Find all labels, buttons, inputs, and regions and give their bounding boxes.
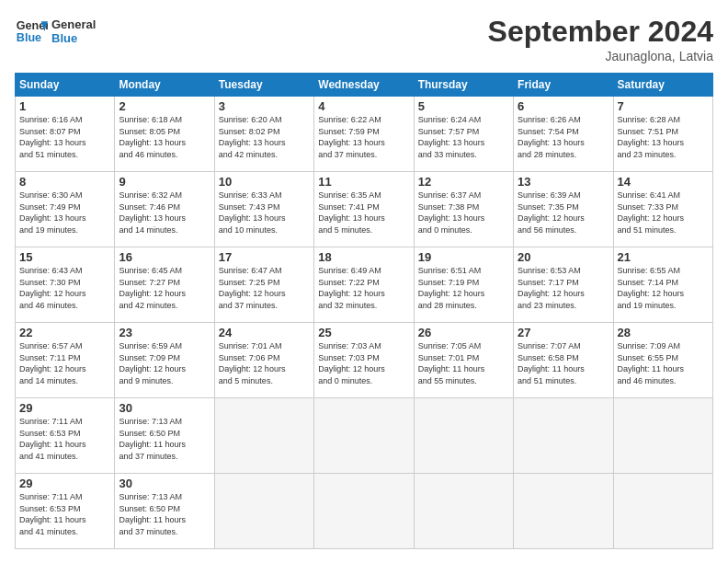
col-thursday: Thursday <box>414 74 513 97</box>
calendar-week-2: 8Sunrise: 6:30 AMSunset: 7:49 PMDaylight… <box>16 172 713 247</box>
table-row <box>214 474 313 549</box>
col-sunday: Sunday <box>16 74 115 97</box>
table-row: 20Sunrise: 6:53 AMSunset: 7:17 PMDayligh… <box>514 247 613 323</box>
calendar-week-4: 22Sunrise: 6:57 AMSunset: 7:11 PMDayligh… <box>16 323 713 398</box>
table-row: 29Sunrise: 7:11 AMSunset: 6:53 PMDayligh… <box>16 398 115 474</box>
logo: General Blue General Blue <box>15 15 96 48</box>
col-friday: Friday <box>514 74 613 97</box>
table-row: 11Sunrise: 6:35 AMSunset: 7:41 PMDayligh… <box>314 172 414 247</box>
table-row <box>514 398 613 474</box>
calendar-week-3: 15Sunrise: 6:43 AMSunset: 7:30 PMDayligh… <box>16 247 713 323</box>
table-row <box>613 398 712 474</box>
table-row: 12Sunrise: 6:37 AMSunset: 7:38 PMDayligh… <box>414 172 513 247</box>
calendar-subtitle: Jaunaglona, Latvia <box>488 49 713 63</box>
table-row: 15Sunrise: 6:43 AMSunset: 7:30 PMDayligh… <box>16 247 115 323</box>
table-row: 21Sunrise: 6:55 AMSunset: 7:14 PMDayligh… <box>613 247 712 323</box>
table-row: 22Sunrise: 6:57 AMSunset: 7:11 PMDayligh… <box>16 323 115 398</box>
calendar-week-1: 1Sunrise: 6:16 AMSunset: 8:07 PMDaylight… <box>16 97 713 172</box>
table-row: 3Sunrise: 6:20 AMSunset: 8:02 PMDaylight… <box>214 97 313 172</box>
table-row: 17Sunrise: 6:47 AMSunset: 7:25 PMDayligh… <box>214 247 313 323</box>
logo-general: General <box>51 17 96 31</box>
table-row: 4Sunrise: 6:22 AMSunset: 7:59 PMDaylight… <box>314 97 414 172</box>
calendar-title: September 2024 <box>488 15 713 49</box>
table-row: 30Sunrise: 7:13 AMSunset: 6:50 PMDayligh… <box>115 474 214 549</box>
col-saturday: Saturday <box>613 74 712 97</box>
table-row <box>414 398 513 474</box>
title-block: September 2024 Jaunaglona, Latvia <box>488 15 713 63</box>
table-row: 8Sunrise: 6:30 AMSunset: 7:49 PMDaylight… <box>16 172 115 247</box>
table-row: 13Sunrise: 6:39 AMSunset: 7:35 PMDayligh… <box>514 172 613 247</box>
table-row <box>214 398 313 474</box>
table-row: 2Sunrise: 6:18 AMSunset: 8:05 PMDaylight… <box>115 97 214 172</box>
table-row <box>314 398 414 474</box>
col-wednesday: Wednesday <box>314 74 414 97</box>
table-row: 19Sunrise: 6:51 AMSunset: 7:19 PMDayligh… <box>414 247 513 323</box>
table-row: 28Sunrise: 7:09 AMSunset: 6:55 PMDayligh… <box>613 323 712 398</box>
table-row <box>314 474 414 549</box>
col-tuesday: Tuesday <box>214 74 313 97</box>
table-row: 30Sunrise: 7:13 AMSunset: 6:50 PMDayligh… <box>115 398 214 474</box>
table-row: 23Sunrise: 6:59 AMSunset: 7:09 PMDayligh… <box>115 323 214 398</box>
table-row: 27Sunrise: 7:07 AMSunset: 6:58 PMDayligh… <box>514 323 613 398</box>
table-row <box>414 474 513 549</box>
table-row: 24Sunrise: 7:01 AMSunset: 7:06 PMDayligh… <box>214 323 313 398</box>
page: General Blue General Blue September 2024… <box>0 0 728 563</box>
table-row <box>613 474 712 549</box>
calendar-week-6: 29Sunrise: 7:11 AMSunset: 6:53 PMDayligh… <box>16 474 713 549</box>
table-row: 14Sunrise: 6:41 AMSunset: 7:33 PMDayligh… <box>613 172 712 247</box>
col-monday: Monday <box>115 74 214 97</box>
table-row: 9Sunrise: 6:32 AMSunset: 7:46 PMDaylight… <box>115 172 214 247</box>
table-row: 16Sunrise: 6:45 AMSunset: 7:27 PMDayligh… <box>115 247 214 323</box>
svg-text:Blue: Blue <box>17 31 41 44</box>
table-row: 7Sunrise: 6:28 AMSunset: 7:51 PMDaylight… <box>613 97 712 172</box>
calendar-header-row: Sunday Monday Tuesday Wednesday Thursday… <box>16 74 713 97</box>
table-row: 1Sunrise: 6:16 AMSunset: 8:07 PMDaylight… <box>16 97 115 172</box>
table-row: 29Sunrise: 7:11 AMSunset: 6:53 PMDayligh… <box>16 474 115 549</box>
header: General Blue General Blue September 2024… <box>15 15 713 63</box>
table-row: 5Sunrise: 6:24 AMSunset: 7:57 PMDaylight… <box>414 97 513 172</box>
logo-blue: Blue <box>51 31 96 45</box>
table-row: 6Sunrise: 6:26 AMSunset: 7:54 PMDaylight… <box>514 97 613 172</box>
calendar-week-5: 29Sunrise: 7:11 AMSunset: 6:53 PMDayligh… <box>16 398 713 474</box>
table-row: 18Sunrise: 6:49 AMSunset: 7:22 PMDayligh… <box>314 247 414 323</box>
calendar-table: Sunday Monday Tuesday Wednesday Thursday… <box>15 73 713 549</box>
table-row: 26Sunrise: 7:05 AMSunset: 7:01 PMDayligh… <box>414 323 513 398</box>
table-row: 25Sunrise: 7:03 AMSunset: 7:03 PMDayligh… <box>314 323 414 398</box>
logo-icon: General Blue <box>15 15 48 48</box>
table-row: 10Sunrise: 6:33 AMSunset: 7:43 PMDayligh… <box>214 172 313 247</box>
table-row <box>514 474 613 549</box>
